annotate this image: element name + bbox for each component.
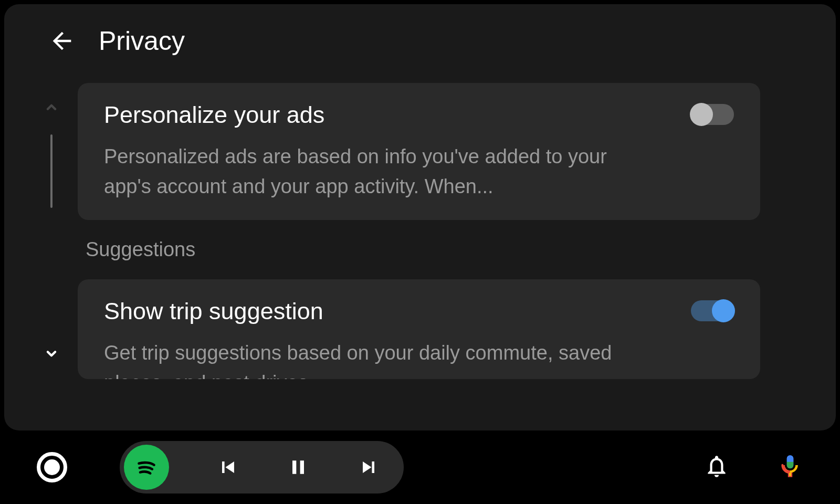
scroll-track[interactable] <box>50 134 52 208</box>
skip-previous-icon <box>216 456 239 479</box>
toggle-thumb <box>690 103 713 126</box>
settings-screen: Privacy Personalize your ads Personalize… <box>4 4 836 430</box>
toggle-track <box>691 104 734 125</box>
arrow-left-icon <box>48 27 76 55</box>
scroll-up-button[interactable] <box>43 99 60 119</box>
setting-title: Personalize your ads <box>104 101 734 129</box>
back-button[interactable] <box>46 25 78 57</box>
section-header-suggestions: Suggestions <box>78 238 760 261</box>
notifications-button[interactable] <box>704 453 730 481</box>
toggle-track <box>691 300 734 321</box>
home-button[interactable] <box>37 452 67 482</box>
chevron-down-icon <box>43 344 60 362</box>
chevron-up-icon <box>43 99 60 117</box>
setting-title: Show trip suggestion <box>104 298 734 325</box>
trip-suggestion-setting[interactable]: Show trip suggestion Get trip suggestion… <box>78 279 760 379</box>
setting-description: Get trip suggestions based on your daily… <box>104 338 629 379</box>
right-icons <box>704 453 803 481</box>
page-title: Privacy <box>99 26 185 56</box>
media-controls <box>120 441 404 494</box>
bell-icon <box>704 453 730 479</box>
content-area: Personalize your ads Personalized ads ar… <box>4 72 836 379</box>
mic-icon <box>777 453 803 479</box>
pause-button[interactable] <box>287 456 310 479</box>
toggle-thumb <box>712 299 735 322</box>
personalize-ads-setting[interactable]: Personalize your ads Personalized ads ar… <box>78 83 760 220</box>
spotify-icon <box>131 452 162 482</box>
scroll-down-button[interactable] <box>43 344 60 364</box>
next-track-button[interactable] <box>357 456 380 479</box>
scroll-indicator <box>41 83 62 379</box>
personalize-ads-toggle[interactable] <box>691 104 734 125</box>
voice-assistant-button[interactable] <box>777 453 803 481</box>
previous-track-button[interactable] <box>216 456 239 479</box>
settings-list: Personalize your ads Personalized ads ar… <box>78 83 760 379</box>
skip-next-icon <box>357 456 380 479</box>
bottom-nav-bar <box>0 430 840 504</box>
setting-description: Personalized ads are based on info you'v… <box>104 142 629 202</box>
header: Privacy <box>4 4 836 72</box>
spotify-app-button[interactable] <box>124 445 169 490</box>
pause-icon <box>287 456 310 479</box>
trip-suggestion-toggle[interactable] <box>691 300 734 321</box>
